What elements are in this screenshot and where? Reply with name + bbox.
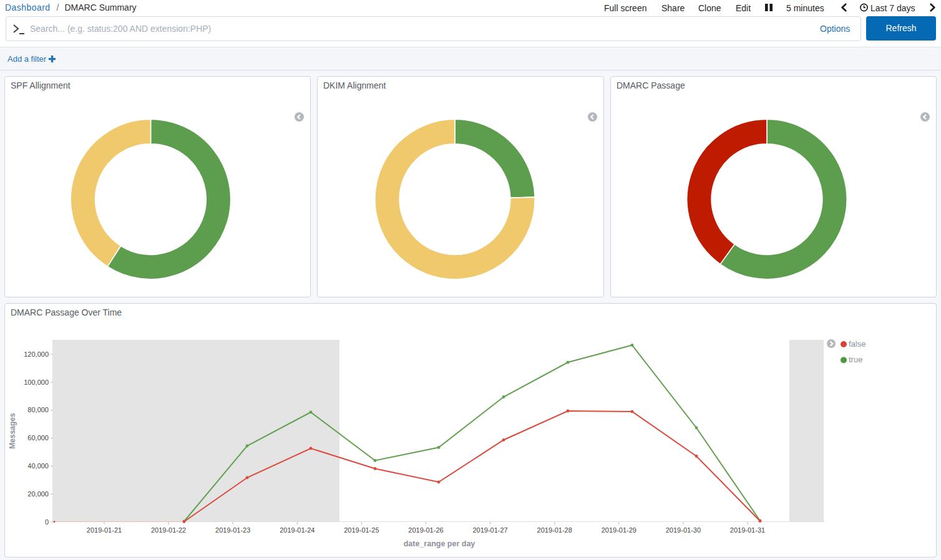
svg-text:120,000: 120,000 [24,350,49,358]
svg-text:Messages: Messages [8,413,17,449]
svg-text:2019-01-25: 2019-01-25 [344,526,379,534]
svg-text:20,000: 20,000 [27,490,49,498]
svg-text:2019-01-27: 2019-01-27 [472,526,507,534]
svg-text:2019-01-31: 2019-01-31 [730,526,765,534]
svg-text:2019-01-29: 2019-01-29 [602,526,636,534]
svg-text:2019-01-26: 2019-01-26 [408,526,443,534]
svg-text:60,000: 60,000 [27,434,49,442]
svg-text:80,000: 80,000 [27,406,49,413]
svg-text:2019-01-22: 2019-01-22 [151,526,186,534]
svg-text:true: true [849,355,862,364]
svg-text:date_range per day: date_range per day [404,539,475,548]
svg-text:2019-01-24: 2019-01-24 [280,526,314,534]
svg-text:false: false [849,339,865,349]
svg-text:2019-01-21: 2019-01-21 [87,526,122,534]
svg-text:40,000: 40,000 [27,462,49,470]
svg-text:0: 0 [45,518,49,526]
svg-text:2019-01-23: 2019-01-23 [215,526,250,534]
svg-text:2019-01-28: 2019-01-28 [537,526,572,534]
svg-text:100,000: 100,000 [24,379,49,386]
svg-text:2019-01-30: 2019-01-30 [666,526,701,534]
